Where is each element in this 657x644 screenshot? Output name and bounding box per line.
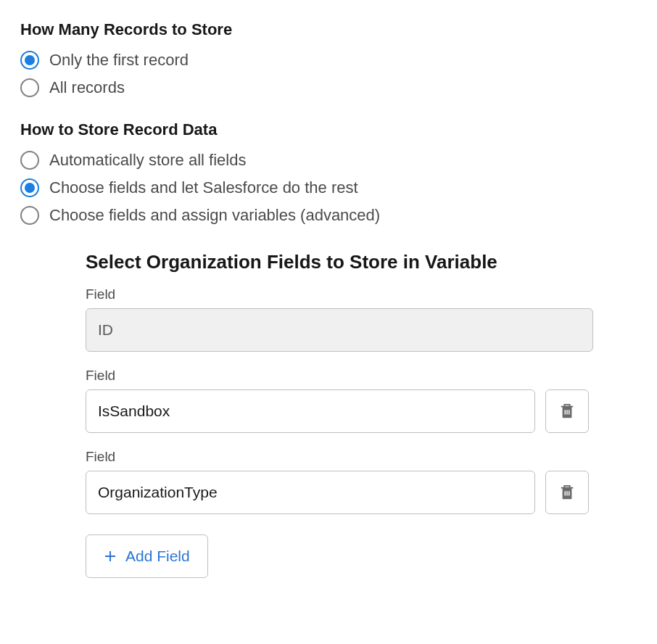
field-block-organizationtype: Field OrganizationType — [86, 449, 637, 514]
plus-icon — [104, 550, 117, 563]
records-count-heading: How Many Records to Store — [20, 20, 637, 39]
trash-icon — [559, 402, 575, 420]
radio-icon — [20, 151, 39, 170]
radio-label: Choose fields and assign variables (adva… — [49, 206, 380, 225]
radio-icon — [20, 78, 39, 97]
field-label: Field — [86, 449, 637, 465]
delete-field-button[interactable] — [545, 389, 589, 433]
field-block-issandbox: Field IsSandbox — [86, 368, 637, 433]
storage-mode-radio-group: Automatically store all fields Choose fi… — [20, 146, 637, 229]
add-field-button[interactable]: Add Field — [86, 534, 208, 578]
storage-mode-heading: How to Store Record Data — [20, 120, 637, 139]
radio-auto-store-all[interactable]: Automatically store all fields — [20, 146, 637, 174]
radio-choose-fields-advanced[interactable]: Choose fields and assign variables (adva… — [20, 202, 637, 229]
field-label: Field — [86, 368, 637, 384]
field-label: Field — [86, 286, 637, 302]
records-count-radio-group: Only the first record All records — [20, 46, 637, 102]
radio-label: Only the first record — [49, 51, 189, 70]
field-input-organizationtype[interactable]: OrganizationType — [86, 471, 535, 514]
field-input-issandbox[interactable]: IsSandbox — [86, 389, 535, 433]
radio-icon — [20, 178, 39, 197]
radio-choose-fields-salesforce[interactable]: Choose fields and let Salesforce do the … — [20, 174, 637, 202]
field-block-id: Field ID — [86, 286, 637, 352]
radio-only-first-record[interactable]: Only the first record — [20, 46, 637, 74]
radio-all-records[interactable]: All records — [20, 74, 637, 102]
field-input-id: ID — [86, 308, 593, 352]
delete-field-button[interactable] — [545, 471, 589, 514]
radio-label: Choose fields and let Salesforce do the … — [49, 178, 358, 197]
radio-icon — [20, 206, 39, 225]
fields-section-heading: Select Organization Fields to Store in V… — [86, 251, 637, 273]
radio-label: All records — [49, 78, 125, 97]
radio-icon — [20, 51, 39, 70]
radio-label: Automatically store all fields — [49, 151, 246, 170]
add-field-label: Add Field — [125, 548, 190, 565]
fields-section: Select Organization Fields to Store in V… — [86, 251, 637, 578]
trash-icon — [559, 484, 575, 501]
